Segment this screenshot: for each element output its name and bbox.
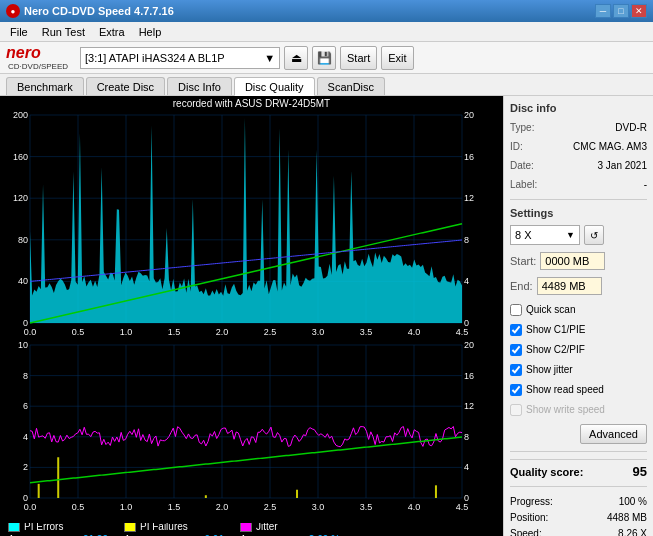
menu-run-test[interactable]: Run Test bbox=[36, 25, 91, 39]
quality-score-row: Quality score: 95 bbox=[510, 459, 647, 479]
drive-label: [3:1] ATAPI iHAS324 A BL1P bbox=[85, 52, 225, 64]
tab-benchmark[interactable]: Benchmark bbox=[6, 77, 84, 95]
product-logo: CD·DVD/SPEED bbox=[8, 62, 68, 71]
maximize-button[interactable]: □ bbox=[613, 4, 629, 18]
quick-scan-row[interactable]: Quick scan bbox=[510, 302, 647, 318]
start-mb-label: Start: bbox=[510, 255, 536, 267]
advanced-button[interactable]: Advanced bbox=[580, 424, 647, 444]
save-button[interactable]: 💾 bbox=[312, 46, 336, 70]
end-mb-row: End: 4489 MB bbox=[510, 277, 647, 295]
progress-label: Progress: bbox=[510, 494, 553, 510]
position-val: 4488 MB bbox=[607, 510, 647, 526]
disc-type-val: DVD-R bbox=[615, 120, 647, 135]
disc-label-label: Label: bbox=[510, 177, 537, 192]
quality-value: 95 bbox=[633, 464, 647, 479]
start-mb-row: Start: 0000 MB bbox=[510, 252, 647, 270]
position-label: Position: bbox=[510, 510, 548, 526]
eject-button[interactable]: ⏏ bbox=[284, 46, 308, 70]
title-bar-left: ● Nero CD-DVD Speed 4.7.7.16 bbox=[6, 4, 174, 18]
disc-label-row: Label: - bbox=[510, 177, 647, 192]
divider-3 bbox=[510, 486, 647, 487]
minimize-button[interactable]: ─ bbox=[595, 4, 611, 18]
window-title: Nero CD-DVD Speed 4.7.7.16 bbox=[24, 5, 174, 17]
tab-bar: Benchmark Create Disc Disc Info Disc Qua… bbox=[0, 74, 653, 96]
close-button[interactable]: ✕ bbox=[631, 4, 647, 18]
disc-date-label: Date: bbox=[510, 158, 534, 173]
speed-combo[interactable]: 8 X ▼ bbox=[510, 225, 580, 245]
show-c1-pie-label: Show C1/PIE bbox=[526, 322, 585, 338]
menu-file[interactable]: File bbox=[4, 25, 34, 39]
disc-date-row: Date: 3 Jan 2021 bbox=[510, 158, 647, 173]
settings-title: Settings bbox=[510, 207, 647, 219]
side-panel: Disc info Type: DVD-R ID: CMC MAG. AM3 D… bbox=[503, 96, 653, 536]
tab-create-disc[interactable]: Create Disc bbox=[86, 77, 165, 95]
disc-type-label: Type: bbox=[510, 120, 534, 135]
upper-chart bbox=[0, 111, 503, 341]
show-c2-pif-row[interactable]: Show C2/PIF bbox=[510, 342, 647, 358]
show-c1-pie-row[interactable]: Show C1/PIE bbox=[510, 322, 647, 338]
start-mb-input[interactable]: 0000 MB bbox=[540, 252, 605, 270]
show-write-speed-row[interactable]: Show write speed bbox=[510, 402, 647, 418]
disc-info-title: Disc info bbox=[510, 102, 647, 114]
show-c2-pif-checkbox[interactable] bbox=[510, 344, 522, 356]
toolbar: nero CD·DVD/SPEED [3:1] ATAPI iHAS324 A … bbox=[0, 42, 653, 74]
tab-disc-info[interactable]: Disc Info bbox=[167, 77, 232, 95]
show-read-speed-label: Show read speed bbox=[526, 382, 604, 398]
speed-label: Speed: bbox=[510, 526, 542, 536]
start-button[interactable]: Start bbox=[340, 46, 377, 70]
disc-date-val: 3 Jan 2021 bbox=[598, 158, 648, 173]
progress-val: 100 % bbox=[619, 494, 647, 510]
tab-disc-quality[interactable]: Disc Quality bbox=[234, 77, 315, 96]
main-content: recorded with ASUS DRW-24D5MT PI Errors … bbox=[0, 96, 653, 536]
end-mb-input[interactable]: 4489 MB bbox=[537, 277, 602, 295]
quality-label: Quality score: bbox=[510, 466, 583, 478]
chart-area: recorded with ASUS DRW-24D5MT PI Errors … bbox=[0, 96, 503, 536]
speed-refresh-button[interactable]: ↺ bbox=[584, 225, 604, 245]
disc-label-val: - bbox=[644, 177, 647, 192]
speed-setting-row: 8 X ▼ ↺ bbox=[510, 225, 647, 245]
show-jitter-checkbox[interactable] bbox=[510, 364, 522, 376]
speed-val: 8 X bbox=[515, 229, 532, 241]
menu-bar: File Run Test Extra Help bbox=[0, 22, 653, 42]
logo: nero CD·DVD/SPEED bbox=[6, 44, 68, 71]
menu-extra[interactable]: Extra bbox=[93, 25, 131, 39]
speed-row: Speed: 8.26 X bbox=[510, 526, 647, 536]
show-jitter-label: Show jitter bbox=[526, 362, 573, 378]
end-mb-label: End: bbox=[510, 280, 533, 292]
nero-logo: nero bbox=[6, 44, 41, 62]
tab-scandisc[interactable]: ScanDisc bbox=[317, 77, 385, 95]
window-controls[interactable]: ─ □ ✕ bbox=[595, 4, 647, 18]
app-icon: ● bbox=[6, 4, 20, 18]
show-c1-pie-checkbox[interactable] bbox=[510, 324, 522, 336]
menu-help[interactable]: Help bbox=[133, 25, 168, 39]
drive-selector[interactable]: [3:1] ATAPI iHAS324 A BL1P ▼ bbox=[80, 47, 280, 69]
disc-id-row: ID: CMC MAG. AM3 bbox=[510, 139, 647, 154]
show-write-speed-label: Show write speed bbox=[526, 402, 605, 418]
disc-id-val: CMC MAG. AM3 bbox=[573, 139, 647, 154]
lower-chart bbox=[0, 341, 503, 523]
divider-2 bbox=[510, 451, 647, 452]
charts-split bbox=[0, 111, 503, 516]
disc-type-row: Type: DVD-R bbox=[510, 120, 647, 135]
show-jitter-row[interactable]: Show jitter bbox=[510, 362, 647, 378]
speed-val: 8.26 X bbox=[618, 526, 647, 536]
show-write-speed-checkbox[interactable] bbox=[510, 404, 522, 416]
show-c2-pif-label: Show C2/PIF bbox=[526, 342, 585, 358]
disc-id-label: ID: bbox=[510, 139, 523, 154]
chart-title: recorded with ASUS DRW-24D5MT bbox=[0, 96, 503, 111]
quick-scan-label: Quick scan bbox=[526, 302, 575, 318]
progress-row: Progress: 100 % bbox=[510, 494, 647, 510]
divider-1 bbox=[510, 199, 647, 200]
title-bar: ● Nero CD-DVD Speed 4.7.7.16 ─ □ ✕ bbox=[0, 0, 653, 22]
exit-button[interactable]: Exit bbox=[381, 46, 413, 70]
progress-section: Progress: 100 % Position: 4488 MB Speed:… bbox=[510, 494, 647, 536]
show-read-speed-row[interactable]: Show read speed bbox=[510, 382, 647, 398]
position-row: Position: 4488 MB bbox=[510, 510, 647, 526]
quick-scan-checkbox[interactable] bbox=[510, 304, 522, 316]
show-read-speed-checkbox[interactable] bbox=[510, 384, 522, 396]
